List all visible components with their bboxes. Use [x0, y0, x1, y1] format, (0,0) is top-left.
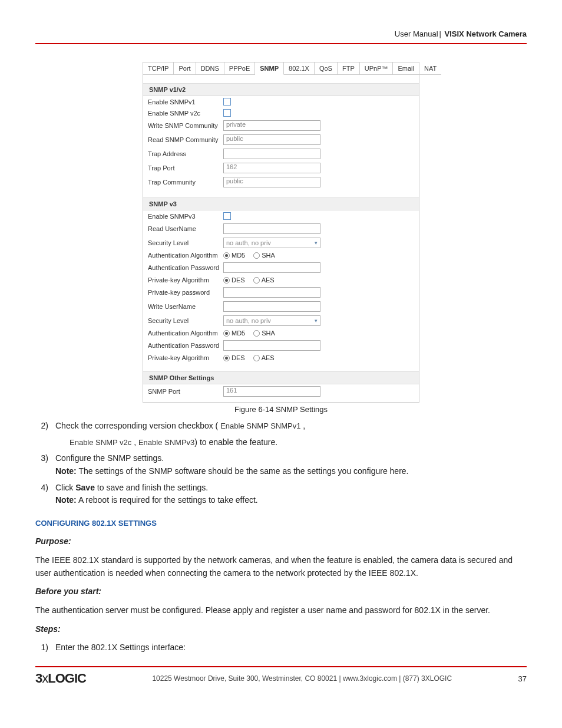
tab-ftp[interactable]: FTP [338, 62, 360, 75]
radio-aes-2[interactable] [253, 355, 260, 361]
label-read-username: Read UserName [148, 225, 223, 232]
input-trap-address[interactable] [223, 149, 320, 159]
radio-md5-1[interactable] [223, 252, 230, 259]
input-trap-community[interactable]: public [223, 177, 320, 187]
label-auth-pass-2: Authentication Password [148, 342, 223, 349]
input-snmp-port[interactable]: 161 [223, 386, 320, 397]
tab-pppoe[interactable]: PPPoE [224, 62, 255, 75]
step-3: 3) Configure the SNMP settings. Note: Th… [35, 452, 527, 477]
header-rule [35, 43, 527, 44]
section-title-8021x: CONFIGURING 802.1X SETTINGS [35, 518, 527, 529]
inline-enable-snmpv3: Enable SNMPv3 [138, 438, 194, 447]
step-4: 4) Click Save to save and finish the set… [35, 482, 527, 507]
label-pk-algo-1: Private-key Algorithm [148, 276, 223, 284]
page-footer: 3xLOGIC 10225 Westmoor Drive, Suite 300,… [35, 667, 527, 686]
figure-caption: Figure 6-14 SNMP Settings [35, 405, 527, 414]
radio-sha-1[interactable] [253, 252, 260, 259]
input-read-community[interactable]: public [223, 134, 320, 145]
doc-header: User Manual| VISIX Network Camera [35, 29, 527, 44]
8021x-step-1: 1)Enter the 802.1X Settings interface: [35, 641, 527, 654]
section-snmp-v3: SNMP v3 [143, 197, 419, 210]
tab-email[interactable]: Email [393, 62, 419, 75]
header-right: VISIX Network Camera [445, 29, 527, 38]
before-heading: Before you start: [35, 587, 101, 596]
label-snmp-port: SNMP Port [148, 388, 223, 395]
section-snmp-v1v2: SNMP v1/v2 [143, 83, 419, 96]
select-security-level-2[interactable]: no auth, no priv▾ [223, 315, 320, 326]
input-write-community[interactable]: private [223, 120, 320, 131]
label-read-community: Read SNMP Community [148, 136, 223, 143]
tab-tcpip[interactable]: TCP/IP [143, 62, 174, 75]
purpose-text: The IEEE 802.1X standard is supported by… [35, 554, 527, 579]
input-pk-pass[interactable] [223, 287, 320, 298]
label-pk-algo-2: Private-key Algorithm [148, 354, 223, 361]
label-trap-port: Trap Port [148, 164, 223, 172]
radio-sha-2[interactable] [253, 330, 260, 337]
purpose-heading: Purpose: [35, 536, 71, 546]
input-trap-port[interactable]: 162 [223, 163, 320, 173]
tab-upnp[interactable]: UPnP™ [360, 62, 394, 75]
before-text: The authentication server must be config… [35, 604, 527, 617]
chevron-down-icon: ▾ [315, 318, 318, 324]
input-read-username[interactable] [223, 223, 320, 234]
radio-aes-1[interactable] [253, 277, 260, 284]
input-auth-pass-2[interactable] [223, 340, 320, 351]
footer-address: 10225 Westmoor Drive, Suite 300, Westmin… [152, 674, 452, 683]
label-auth-pass-1: Authentication Password [148, 264, 223, 271]
label-write-community: Write SNMP Community [148, 122, 223, 129]
label-pk-pass: Private-key password [148, 289, 223, 296]
logo-3xlogic: 3xLOGIC [35, 671, 86, 686]
tab-nat[interactable]: NAT [419, 62, 441, 75]
step-2-cont: Enable SNMP v2c , Enable SNMPv3) to enab… [70, 436, 527, 449]
select-security-level-1[interactable]: no auth, no priv▾ [223, 238, 320, 248]
steps-heading: Steps: [35, 624, 61, 634]
label-security-level-2: Security Level [148, 317, 223, 324]
checkbox-enable-snmpv2c[interactable] [223, 109, 231, 117]
chevron-down-icon: ▾ [315, 240, 318, 246]
input-write-username[interactable] [223, 301, 320, 312]
checkbox-enable-snmpv1[interactable] [223, 98, 231, 106]
radio-des-1[interactable] [223, 277, 230, 284]
label-auth-algo-2: Authentication Algorithm [148, 330, 223, 337]
label-trap-address: Trap Address [148, 150, 223, 157]
tab-8021x[interactable]: 802.1X [284, 62, 315, 75]
label-write-username: Write UserName [148, 303, 223, 310]
tab-snmp[interactable]: SNMP [255, 62, 284, 75]
tab-ddns[interactable]: DDNS [196, 62, 224, 75]
tab-strip: TCP/IP Port DDNS PPPoE SNMP 802.1X QoS F… [143, 62, 419, 75]
radio-md5-2[interactable] [223, 330, 230, 337]
radio-des-2[interactable] [223, 355, 230, 361]
label-enable-snmpv3: Enable SNMPv3 [148, 213, 223, 220]
snmp-settings-panel: TCP/IP Port DDNS PPPoE SNMP 802.1X QoS F… [143, 62, 419, 403]
input-auth-pass-1[interactable] [223, 262, 320, 273]
checkbox-enable-snmpv3[interactable] [223, 212, 231, 220]
label-enable-snmpv2c: Enable SNMP v2c [148, 110, 223, 117]
label-auth-algo-1: Authentication Algorithm [148, 252, 223, 259]
tab-qos[interactable]: QoS [315, 62, 338, 75]
label-trap-community: Trap Community [148, 179, 223, 186]
tab-port[interactable]: Port [174, 62, 196, 75]
step-2: 2) Check the corresponding version check… [35, 420, 527, 433]
inline-enable-snmpv2c: Enable SNMP v2c [70, 438, 131, 447]
inline-enable-snmpv1: Enable SNMP SNMPv1 [220, 421, 300, 430]
section-snmp-other: SNMP Other Settings [143, 371, 419, 384]
label-enable-snmpv1: Enable SNMPv1 [148, 98, 223, 106]
header-left: User Manual [395, 29, 438, 38]
label-security-level-1: Security Level [148, 239, 223, 246]
header-sep: | [439, 29, 441, 38]
page-number: 37 [518, 674, 527, 683]
